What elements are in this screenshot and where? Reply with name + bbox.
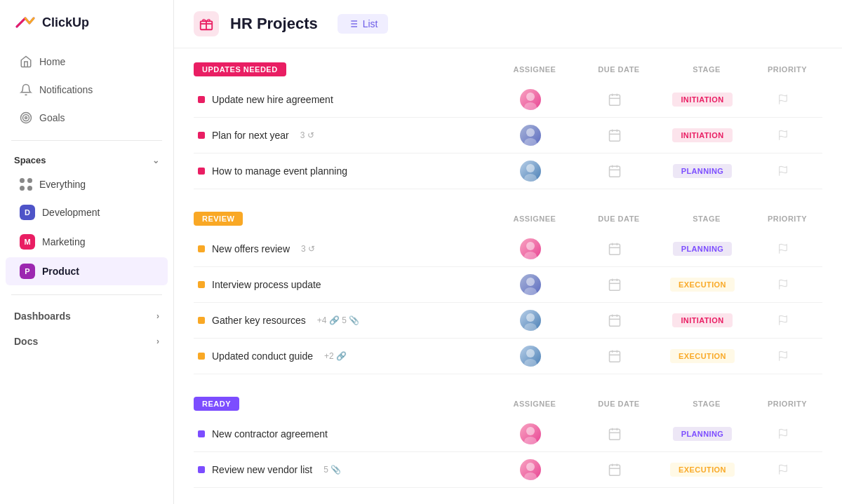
calendar-icon [608,242,622,256]
stage-cell[interactable]: EXECUTION [657,278,748,292]
table-row[interactable]: Update new hire agreementINITIATION [194,82,822,118]
nav-notifications[interactable]: Notifications [6,76,168,103]
due-date-cell[interactable] [573,93,657,107]
notifications-label: Notifications [39,84,93,95]
stage-cell[interactable]: PLANNING [657,427,748,441]
everything-label: Everything [39,179,86,190]
clickup-logo-icon [14,11,36,34]
column-header: DUE DATE [577,214,661,223]
priority-cell[interactable] [748,315,818,326]
nav-goals[interactable]: Goals [6,104,168,131]
table-row[interactable]: Plan for next year3 ↺INITIATION [194,118,822,154]
docs-label: Docs [14,336,38,347]
task-name-text: Update new hire agreement [212,94,333,105]
status-badge: EXECUTION [670,278,735,292]
calendar-icon [608,93,622,107]
due-date-cell[interactable] [573,313,657,327]
svg-rect-40 [610,280,620,290]
spaces-header[interactable]: Spaces ⌄ [0,149,173,171]
priority-cell[interactable] [748,243,818,254]
section-header-row: REVIEWASSIGNEEDUE DATESTAGEPRIORITY [194,212,822,226]
sidebar-item-marketing[interactable]: M Marketing [6,228,168,256]
list-icon [347,18,359,29]
table-row[interactable]: Interview process updateEXECUTION [194,267,822,303]
stage-cell[interactable]: INITIATION [657,93,748,107]
task-name-text: New contractor agreement [212,428,328,440]
flag-icon [777,350,789,362]
table-row[interactable]: Updated conduct guide+2 🔗EXECUTION [194,339,822,374]
stage-cell[interactable]: PLANNING [657,164,748,178]
section-review: REVIEWASSIGNEEDUE DATESTAGEPRIORITYNew o… [194,212,822,374]
avatar [520,459,541,480]
nav-home[interactable]: Home [6,48,168,75]
svg-point-18 [524,138,537,146]
svg-rect-54 [610,351,620,362]
due-date-cell[interactable] [573,427,657,441]
task-meta: 5 📎 [323,465,341,475]
due-date-cell[interactable] [573,463,657,477]
dashboards-section[interactable]: Dashboards › [0,304,173,329]
sidebar-item-product[interactable]: P Product [6,257,168,285]
priority-cell[interactable] [748,165,818,177]
calendar-icon [608,313,622,327]
stage-cell[interactable]: EXECUTION [657,349,748,363]
task-name-text: How to manage event planning [212,165,347,177]
column-header: STAGE [661,400,752,408]
development-badge: D [20,205,35,220]
table-row[interactable]: New offers review3 ↺PLANNING [194,231,822,267]
due-date-cell[interactable] [573,278,657,292]
priority-cell[interactable] [748,350,818,362]
docs-section[interactable]: Docs › [0,329,173,354]
stage-cell[interactable]: PLANNING [657,242,748,256]
svg-point-32 [524,252,537,259]
assignee-cell [488,125,573,146]
assignee-cell [488,238,573,259]
calendar-icon [608,278,622,292]
svg-point-45 [526,313,535,322]
section-header-row: READYASSIGNEEDUE DATESTAGEPRIORITY [194,397,822,411]
section-badge: REVIEW [194,212,243,226]
task-name-cell: Plan for next year3 ↺ [198,130,488,141]
flag-icon [777,464,789,475]
product-label: Product [42,266,79,277]
stage-cell[interactable]: INITIATION [657,128,748,142]
tab-list[interactable]: List [338,14,388,34]
priority-cell[interactable] [748,428,818,440]
svg-point-46 [524,323,537,331]
column-header: STAGE [661,214,752,223]
task-meta: +2 🔗 [324,351,347,361]
chevron-down-icon: ⌄ [152,156,159,165]
tab-list-label: List [363,18,378,29]
avatar [520,274,541,295]
table-row[interactable]: Gather key resources+4 🔗 5 📎INITIATION [194,303,822,339]
task-dot [198,281,205,288]
stage-cell[interactable]: EXECUTION [657,463,748,477]
task-dot [198,245,205,252]
target-icon [20,111,32,124]
calendar-icon [608,164,622,178]
marketing-badge: M [20,234,35,250]
sidebar-item-everything[interactable]: Everything [6,172,168,197]
task-name-cell: Updated conduct guide+2 🔗 [198,350,488,362]
due-date-cell[interactable] [573,242,657,256]
svg-rect-47 [610,315,620,326]
task-name-text: Plan for next year [212,130,289,141]
priority-cell[interactable] [748,464,818,475]
svg-point-1 [23,115,29,121]
task-name-text: Review new vendor list [212,464,312,475]
sidebar-item-development[interactable]: D Development [6,198,168,226]
due-date-cell[interactable] [573,164,657,178]
due-date-cell[interactable] [573,349,657,363]
svg-point-59 [526,427,535,435]
table-row[interactable]: Review new vendor list5 📎EXECUTION [194,452,822,488]
due-date-cell[interactable] [573,128,657,142]
task-dot [198,317,205,324]
priority-cell[interactable] [748,279,818,290]
priority-cell[interactable] [748,94,818,105]
flag-icon [777,165,789,177]
column-header: ASSIGNEE [493,65,577,74]
stage-cell[interactable]: INITIATION [657,313,748,327]
table-row[interactable]: How to manage event planningPLANNING [194,154,822,189]
priority-cell[interactable] [748,130,818,141]
table-row[interactable]: New contractor agreementPLANNING [194,416,822,452]
